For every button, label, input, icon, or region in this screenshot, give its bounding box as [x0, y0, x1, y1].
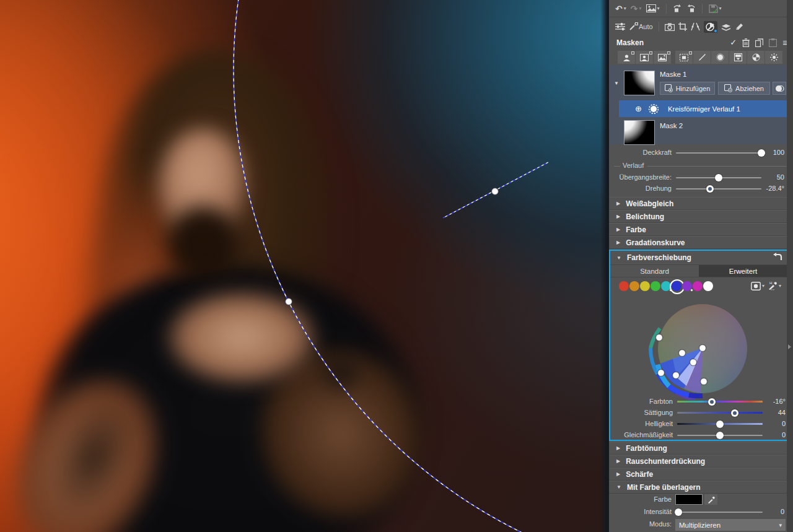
adjustments-button[interactable] — [615, 22, 625, 31]
develop-panel: ↶▾ ↷▾ ▾ — [609, 0, 793, 532]
wheel-handle[interactable] — [690, 359, 697, 366]
retouch-tool-button[interactable] — [735, 22, 744, 31]
app-window: { "icons": { "undo": "↶", "redo": "↷", "… — [0, 0, 793, 532]
rotate-right-button[interactable] — [686, 4, 696, 12]
wheel-handle[interactable] — [701, 378, 708, 385]
reset-section-button[interactable] — [773, 253, 782, 261]
chevron-down-icon: ▾ — [779, 522, 782, 528]
saturation-handle[interactable] — [731, 409, 738, 417]
redo-button[interactable]: ↷▾ — [631, 4, 642, 13]
wheel-handle[interactable] — [658, 370, 665, 377]
mask-luminance-button[interactable] — [765, 51, 782, 64]
mask-apply-button[interactable]: ✓ — [730, 38, 737, 47]
mask-portrait-button[interactable] — [636, 51, 653, 64]
mask-subject-button[interactable] — [618, 51, 635, 64]
wheel-handle[interactable] — [656, 334, 663, 341]
transition-width-handle[interactable] — [715, 174, 722, 181]
panel-scroll-gutter[interactable] — [787, 0, 793, 532]
hue-handle[interactable] — [708, 398, 716, 406]
overlay-color-row: Farbe — [609, 494, 793, 505]
mask-badge — [667, 51, 670, 55]
mask-color-range-button[interactable] — [747, 51, 765, 64]
mask1-row[interactable]: ▼ Maske 1 Hinzufügen — [609, 68, 793, 98]
crop-icon — [678, 22, 687, 31]
mask-selection-button[interactable] — [675, 51, 693, 64]
targeted-picker-button[interactable]: H ▾ — [767, 281, 781, 290]
local-edits-tool-button[interactable] — [704, 21, 717, 33]
auto-enhance-button[interactable]: Auto — [629, 22, 653, 31]
section-color-toning[interactable]: ▶Farbtönung — [609, 442, 793, 455]
lightness-slider[interactable] — [677, 423, 763, 425]
section-tone-curve[interactable]: ▶Gradationskurve — [609, 236, 793, 249]
mask2-name[interactable]: Mask 2 — [660, 122, 683, 129]
mask-background-button[interactable] — [654, 51, 671, 64]
brush-icon — [698, 53, 706, 61]
mask-rotation-axis[interactable] — [443, 162, 548, 218]
mask1-name[interactable]: Maske 1 — [660, 71, 686, 78]
camera-tool-button[interactable] — [665, 23, 675, 31]
overlay-intensity-slider[interactable] — [676, 512, 763, 513]
section-white-balance[interactable]: ▶Weißabgleich — [609, 197, 793, 210]
straighten-tool-button[interactable] — [691, 22, 700, 31]
rotation-slider[interactable] — [676, 188, 761, 190]
uniformity-handle[interactable] — [716, 432, 724, 439]
add-to-mask-icon[interactable]: ⊕ — [635, 104, 642, 113]
mask-subtract-button[interactable]: Abziehen — [718, 82, 770, 95]
photo-canvas[interactable] — [0, 0, 609, 532]
portrait-hands — [167, 291, 316, 384]
mask-creation-toolbar — [609, 50, 793, 65]
blend-mode-select[interactable]: Multiplizieren ▾ — [675, 519, 786, 531]
overlay-color-swatch[interactable] — [675, 494, 703, 505]
mask-radial-gradient-button[interactable] — [711, 51, 729, 64]
opacity-label: Deckkraft — [609, 149, 672, 156]
saturation-slider[interactable] — [677, 412, 763, 414]
rotation-value: -28.4° — [760, 185, 784, 192]
color-shift-header[interactable]: ▼ Farbverschiebung — [610, 251, 787, 264]
lightness-handle[interactable] — [716, 421, 724, 428]
image-menu-button[interactable]: ▾ — [646, 4, 660, 12]
mask-delete-button[interactable] — [742, 38, 750, 47]
selected-gradient-row[interactable]: ⊕ Kreisförmiger Verlauf 1 — [619, 100, 793, 117]
rotation-handle[interactable] — [706, 185, 714, 193]
mask2-row[interactable]: Mask 2 — [609, 118, 793, 144]
mask2-thumbnail[interactable] — [624, 120, 655, 145]
mask-linear-gradient-button[interactable] — [729, 51, 747, 64]
mask1-expander[interactable]: ▼ — [614, 81, 619, 86]
mask-copy-button[interactable] — [755, 38, 763, 47]
mask-invert-button[interactable] — [773, 82, 786, 95]
transition-width-slider[interactable] — [676, 177, 761, 178]
mask-paste-button[interactable] — [769, 38, 777, 47]
overlay-eyedropper-button[interactable] — [704, 494, 717, 505]
section-color[interactable]: ▶Farbe — [609, 223, 793, 236]
section-exposure[interactable]: ▶Belichtung — [609, 210, 793, 223]
panel-collapse-grip[interactable] — [788, 344, 791, 349]
section-color-overlay[interactable]: ▼Mit Farbe überlagern — [609, 481, 793, 494]
mask-add-button[interactable]: Hinzufügen — [660, 82, 715, 95]
undo-button[interactable]: ↶▾ — [615, 4, 626, 13]
lightness-value: 0 — [761, 420, 786, 427]
overlay-intensity-handle[interactable] — [675, 508, 682, 516]
layers-panel-button[interactable] — [721, 23, 731, 31]
color-dot[interactable] — [619, 281, 629, 291]
uniformity-slider[interactable] — [677, 435, 763, 436]
tab-erweitert[interactable]: Erweitert — [699, 265, 787, 277]
toolbar-separator — [666, 4, 667, 14]
opacity-slider[interactable] — [676, 152, 761, 154]
wheel-center-handle[interactable] — [699, 345, 706, 352]
tab-standard[interactable]: Standard — [610, 265, 699, 277]
wheel-handle[interactable] — [679, 350, 686, 357]
crop-tool-button[interactable] — [678, 22, 687, 31]
uniformity-value: 0 — [761, 431, 786, 438]
save-button[interactable]: ✓ ▾ — [709, 4, 722, 13]
wheel-handle[interactable] — [673, 372, 680, 379]
transition-width-value: 50 — [760, 173, 784, 181]
hue-slider[interactable] — [677, 401, 763, 403]
rotate-left-button[interactable] — [673, 4, 682, 12]
mask1-thumbnail[interactable] — [624, 71, 655, 95]
portrait-mask-icon — [640, 54, 649, 61]
mask-center-handle[interactable] — [492, 188, 499, 195]
mask-brush-button[interactable] — [693, 51, 711, 64]
section-noise-reduction[interactable]: ▶Rauschunterdrückung — [609, 455, 793, 468]
section-sharpness[interactable]: ▶Schärfe — [609, 468, 793, 481]
overlay-intensity-label: Intensität — [609, 508, 672, 515]
